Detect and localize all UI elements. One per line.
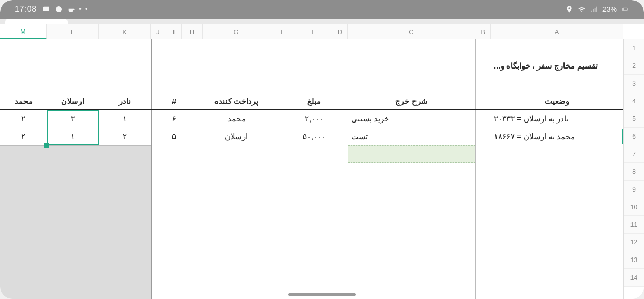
- home-indicator[interactable]: [288, 293, 356, 296]
- row-header-14[interactable]: 14: [624, 269, 644, 287]
- r6-amount[interactable]: ۵۰,۰۰۰: [296, 128, 332, 145]
- hdr-nader: نادر: [99, 92, 151, 110]
- r6-desc[interactable]: تست: [348, 128, 475, 145]
- col-header-I[interactable]: I: [166, 24, 182, 39]
- hdr-desc: شرح خرج: [348, 92, 475, 110]
- r5-nader[interactable]: ۱: [99, 110, 151, 128]
- row-divider-6: [0, 145, 151, 146]
- selection-range[interactable]: [47, 110, 99, 145]
- col-header-L[interactable]: L: [47, 24, 99, 39]
- row-header-4[interactable]: 4: [624, 92, 644, 110]
- col-header-D[interactable]: D: [332, 24, 348, 39]
- col-header-M[interactable]: M: [0, 24, 47, 39]
- status-bar: 17:08 • • 23%: [0, 0, 644, 19]
- r5-mohammad[interactable]: ۲: [0, 110, 47, 128]
- freeze-pane-line: [151, 39, 152, 299]
- status-app-icons: • •: [42, 5, 89, 13]
- status-left: 17:08 • •: [15, 5, 88, 14]
- r6-mohammad[interactable]: ۲: [0, 128, 47, 145]
- tabs-bar: [0, 19, 644, 24]
- clock: 17:08: [15, 5, 37, 14]
- col-header-J[interactable]: J: [151, 24, 166, 39]
- r6-status[interactable]: محمد به ارسلان = ۱۸۶۶۷: [491, 128, 623, 145]
- col-header-C[interactable]: C: [348, 24, 475, 39]
- col-header-G[interactable]: G: [203, 24, 270, 39]
- active-cell[interactable]: [348, 145, 475, 163]
- row-header-2[interactable]: 2: [624, 57, 644, 75]
- coffee-icon: [67, 5, 75, 13]
- row-header-6[interactable]: 6: [624, 128, 644, 145]
- location-icon: [565, 5, 573, 13]
- wifi-icon: [578, 5, 586, 13]
- signal-icon: [590, 5, 598, 13]
- battery-text: 23%: [602, 5, 617, 13]
- r5-status[interactable]: نادر به ارسلان = ۲۰۳۳۳: [491, 110, 623, 128]
- hdr-status: وضعیت: [491, 92, 623, 110]
- col-div-LK: [99, 110, 99, 299]
- row-header-7[interactable]: 7: [624, 145, 644, 163]
- sheet-title: تقسیم مخارج سفر ، خوابگاه و...: [491, 57, 623, 75]
- message-icon: [42, 5, 50, 13]
- selection-handle[interactable]: [44, 143, 49, 148]
- svg-rect-4: [622, 8, 624, 10]
- spreadsheet[interactable]: M L K J I H G F E D C B A 1 2 3 4 5 6 7 …: [0, 24, 644, 299]
- col-header-A[interactable]: A: [491, 24, 623, 39]
- svg-rect-5: [628, 9, 628, 10]
- r6-hash[interactable]: ۵: [166, 128, 182, 145]
- row-header-1[interactable]: 1: [624, 39, 644, 57]
- svg-rect-0: [43, 7, 49, 11]
- hdr-payer: پرداخت کننده: [203, 92, 270, 110]
- hdr-mohammad: محمد: [0, 92, 47, 110]
- app-window: Main Exit Full Screen 17:08 • • 23% M L: [0, 0, 644, 299]
- row-header-12[interactable]: 12: [624, 234, 644, 251]
- r5-payer[interactable]: محمد: [203, 110, 270, 128]
- row-headers: 1 2 3 4 5 6 7 8 9 10 11 12 13 14: [623, 39, 644, 299]
- hdr-arsalan: ارسلان: [47, 92, 99, 110]
- svg-point-2: [568, 7, 570, 9]
- r5-hash[interactable]: ۶: [166, 110, 182, 128]
- row-header-11[interactable]: 11: [624, 216, 644, 234]
- row-header-13[interactable]: 13: [624, 251, 644, 269]
- row-header-10[interactable]: 10: [624, 198, 644, 216]
- col-divider: [475, 39, 476, 299]
- col-header-F[interactable]: F: [270, 24, 296, 39]
- chrome-icon: [55, 5, 63, 13]
- r6-payer[interactable]: ارسلان: [203, 128, 270, 145]
- r6-nader[interactable]: ۲: [99, 128, 151, 145]
- r5-desc[interactable]: خرید بستنی: [348, 110, 475, 128]
- column-headers: M L K J I H G F E D C B A: [0, 24, 623, 39]
- svg-point-1: [56, 6, 62, 12]
- range-shade: [0, 145, 151, 299]
- grid-body[interactable]: تقسیم مخارج سفر ، خوابگاه و... وضعیت شرح…: [0, 39, 623, 299]
- col-header-K[interactable]: K: [99, 24, 151, 39]
- hdr-amount: مبلغ: [296, 92, 332, 110]
- col-header-E[interactable]: E: [296, 24, 332, 39]
- r5-amount[interactable]: ۲,۰۰۰: [296, 110, 332, 128]
- col-header-H[interactable]: H: [182, 24, 203, 39]
- row-header-5[interactable]: 5: [624, 110, 644, 128]
- row-header-9[interactable]: 9: [624, 181, 644, 198]
- row-marker: [622, 129, 623, 144]
- col-header-B[interactable]: B: [475, 24, 491, 39]
- row-header-8[interactable]: 8: [624, 163, 644, 181]
- row-header-3[interactable]: 3: [624, 75, 644, 92]
- status-right: 23%: [565, 5, 629, 13]
- hdr-hash: #: [166, 92, 182, 110]
- notification-dots-icon: • •: [79, 6, 89, 13]
- battery-icon: [621, 5, 629, 13]
